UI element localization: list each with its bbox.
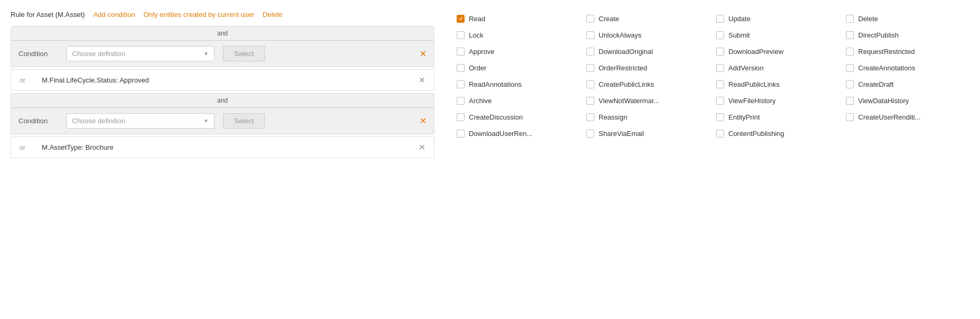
checkbox-order[interactable] xyxy=(457,64,465,72)
perm-label-reassign: Reassign xyxy=(599,113,627,121)
close-condition-2[interactable]: ✕ xyxy=(420,116,426,126)
perm-label-lock: Lock xyxy=(469,31,483,39)
checkbox-entityprint[interactable] xyxy=(716,113,724,121)
checkbox-readannotations[interactable] xyxy=(457,80,465,88)
perm-item-viewdatahistory[interactable]: ViewDataHistory xyxy=(840,93,969,109)
perm-label-creatediscussion: CreateDiscussion xyxy=(469,113,523,121)
perm-label-contentpublishing: ContentPublishing xyxy=(728,130,785,138)
select-button-1[interactable]: Select xyxy=(223,46,265,61)
perm-item-unlockalways[interactable]: UnlockAlways xyxy=(580,27,710,43)
checkbox-requestrestricted[interactable] xyxy=(846,48,854,56)
perm-item-entityprint[interactable]: EntityPrint xyxy=(710,109,840,125)
checkbox-contentpublishing[interactable] xyxy=(716,130,724,138)
checkbox-viewdatahistory[interactable] xyxy=(846,97,854,105)
checkbox-update[interactable] xyxy=(716,15,724,23)
checkbox-addversion[interactable] xyxy=(716,64,724,72)
perm-label-createuserrenditi---: CreateUserRenditi... xyxy=(858,113,921,121)
perm-item-update[interactable]: Update xyxy=(710,11,840,27)
perm-item-create[interactable]: Create xyxy=(580,11,710,27)
perm-label-directpublish: DirectPublish xyxy=(858,31,899,39)
or-row-2-text: M.AssetType: Brochure xyxy=(42,143,412,151)
perm-label-unlockalways: UnlockAlways xyxy=(599,31,642,39)
perm-item-viewfilehistory[interactable]: ViewFileHistory xyxy=(710,93,840,109)
perm-item-createannotations[interactable]: CreateAnnotations xyxy=(840,60,969,76)
delete-link[interactable]: Delete xyxy=(263,11,283,19)
permissions-panel: ReadCreateUpdateDeleteLockUnlockAlwaysSu… xyxy=(450,11,969,308)
checkbox-downloadoriginal[interactable] xyxy=(586,48,594,56)
perm-item-addversion[interactable]: AddVersion xyxy=(710,60,840,76)
perm-item-requestrestricted[interactable]: RequestRestricted xyxy=(840,43,969,60)
condition-dropdown-2[interactable]: Choose definition ▼ xyxy=(66,113,215,129)
checkbox-viewnotwatermar---[interactable] xyxy=(586,97,594,105)
perm-item-downloaduserren---[interactable]: DownloadUserRen... xyxy=(450,125,580,142)
perm-item-downloadoriginal[interactable]: DownloadOriginal xyxy=(580,43,710,60)
condition-dropdown-1[interactable]: Choose definition ▼ xyxy=(66,46,215,61)
perm-item-creatediscussion[interactable]: CreateDiscussion xyxy=(450,109,580,125)
dropdown-arrow-2: ▼ xyxy=(203,118,209,124)
perm-item-orderrestricted[interactable]: OrderRestricted xyxy=(580,60,710,76)
perm-item-archive[interactable]: Archive xyxy=(450,93,580,109)
perm-item-downloadpreview[interactable]: DownloadPreview xyxy=(710,43,840,60)
checkbox-reassign[interactable] xyxy=(586,113,594,121)
add-condition-link[interactable]: Add condition xyxy=(93,11,135,19)
checkbox-downloaduserren---[interactable] xyxy=(457,130,465,138)
perm-label-viewnotwatermar---: ViewNotWatermar... xyxy=(599,97,660,105)
checkbox-delete[interactable] xyxy=(846,15,854,23)
perm-label-create: Create xyxy=(599,15,619,23)
checkbox-createpubliclinks[interactable] xyxy=(586,80,594,88)
checkbox-read[interactable] xyxy=(457,15,465,23)
perm-item-viewnotwatermar---[interactable]: ViewNotWatermar... xyxy=(580,93,710,109)
perm-item-delete[interactable]: Delete xyxy=(840,11,969,27)
perm-item-submit[interactable]: Submit xyxy=(710,27,840,43)
perm-label-shareviaemail: ShareViaEmail xyxy=(599,130,644,138)
checkbox-unlockalways[interactable] xyxy=(586,31,594,39)
checkbox-createdraft[interactable] xyxy=(846,80,854,88)
rule-header: Rule for Asset (M.Asset) Add condition O… xyxy=(11,11,434,19)
perm-label-downloadpreview: DownloadPreview xyxy=(728,48,783,56)
perm-item-reassign[interactable]: Reassign xyxy=(580,109,710,125)
perm-item-createpubliclinks[interactable]: CreatePublicLinks xyxy=(580,76,710,93)
checkbox-creatediscussion[interactable] xyxy=(457,113,465,121)
close-or-1[interactable]: ✕ xyxy=(418,75,425,85)
perm-item-shareviaemail[interactable]: ShareViaEmail xyxy=(580,125,710,142)
checkbox-createannotations[interactable] xyxy=(846,64,854,72)
perm-item-createuserrenditi---[interactable]: CreateUserRenditi... xyxy=(840,109,969,125)
perm-item-approve[interactable]: Approve xyxy=(450,43,580,60)
only-current-user-link[interactable]: Only entities created by current user xyxy=(144,11,254,19)
perm-label-submit: Submit xyxy=(728,31,750,39)
checkbox-create[interactable] xyxy=(586,15,594,23)
perm-label-viewfilehistory: ViewFileHistory xyxy=(728,97,776,105)
perm-label-viewdatahistory: ViewDataHistory xyxy=(858,97,909,105)
checkbox-orderrestricted[interactable] xyxy=(586,64,594,72)
condition-block-2-operator: and xyxy=(217,97,228,104)
checkbox-lock[interactable] xyxy=(457,31,465,39)
checkbox-archive[interactable] xyxy=(457,97,465,105)
checkbox-shareviaemail[interactable] xyxy=(586,130,594,138)
perm-label-createannotations: CreateAnnotations xyxy=(858,64,915,72)
perm-label-orderrestricted: OrderRestricted xyxy=(599,64,647,72)
checkbox-viewfilehistory[interactable] xyxy=(716,97,724,105)
checkbox-directpublish[interactable] xyxy=(846,31,854,39)
perm-label-addversion: AddVersion xyxy=(728,64,764,72)
perm-item-readpubliclinks[interactable]: ReadPublicLinks xyxy=(710,76,840,93)
perm-item-readannotations[interactable]: ReadAnnotations xyxy=(450,76,580,93)
perm-item-order[interactable]: Order xyxy=(450,60,580,76)
perm-item-read[interactable]: Read xyxy=(450,11,580,27)
condition-label-2: Condition xyxy=(19,117,61,125)
perm-item-contentpublishing[interactable]: ContentPublishing xyxy=(710,125,840,142)
condition-block-2: and Condition Choose definition ▼ Select… xyxy=(11,93,434,134)
checkbox-readpubliclinks[interactable] xyxy=(716,80,724,88)
perm-item-createdraft[interactable]: CreateDraft xyxy=(840,76,969,93)
perm-item-lock[interactable]: Lock xyxy=(450,27,580,43)
perm-item-directpublish[interactable]: DirectPublish xyxy=(840,27,969,43)
perm-label-delete: Delete xyxy=(858,15,878,23)
condition-block-1: and Condition Choose definition ▼ Select… xyxy=(11,26,434,67)
checkbox-createuserrenditi---[interactable] xyxy=(846,113,854,121)
select-button-2[interactable]: Select xyxy=(223,113,265,129)
checkbox-submit[interactable] xyxy=(716,31,724,39)
close-condition-1[interactable]: ✕ xyxy=(420,49,426,59)
checkbox-downloadpreview[interactable] xyxy=(716,48,724,56)
checkbox-approve[interactable] xyxy=(457,48,465,56)
condition-block-2-header: and xyxy=(11,94,434,108)
close-or-2[interactable]: ✕ xyxy=(418,142,425,152)
